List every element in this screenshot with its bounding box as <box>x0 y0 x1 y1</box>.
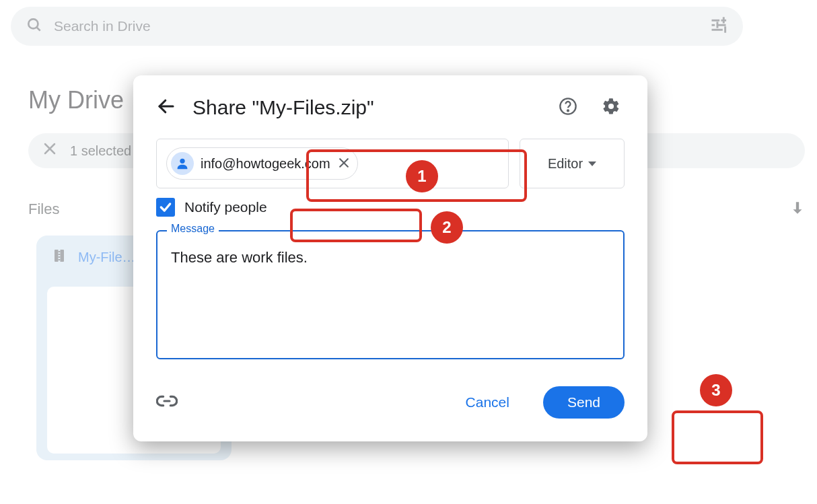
svg-rect-7 <box>718 24 726 26</box>
svg-rect-2 <box>712 20 720 22</box>
help-icon[interactable] <box>555 93 581 122</box>
svg-rect-4 <box>721 20 727 22</box>
annotation-box-3 <box>672 410 763 464</box>
annotation-number-3: 3 <box>700 374 732 406</box>
message-textarea[interactable] <box>170 248 611 347</box>
person-chip: info@howtogeek.com <box>166 147 358 180</box>
search-icon <box>26 16 43 36</box>
page-title: My Drive <box>28 86 124 114</box>
back-icon[interactable] <box>156 96 176 119</box>
file-name: My-File… <box>78 250 136 265</box>
svg-point-22 <box>180 159 184 164</box>
tune-icon[interactable] <box>709 15 728 37</box>
share-dialog: Share "My-Files.zip" info@howtogeek.com … <box>133 75 647 441</box>
svg-line-1 <box>36 27 40 30</box>
chevron-down-icon <box>588 161 596 166</box>
role-label: Editor <box>548 156 583 172</box>
svg-rect-5 <box>712 24 715 26</box>
remove-chip-icon[interactable] <box>337 153 351 174</box>
notify-label: Notify people <box>184 199 267 215</box>
sort-direction-icon[interactable] <box>789 199 806 219</box>
zip-file-icon <box>51 248 67 266</box>
chip-email: info@howtogeek.com <box>201 156 330 172</box>
svg-point-0 <box>28 19 38 28</box>
files-heading: Files <box>28 201 59 218</box>
search-bar[interactable]: Search in Drive <box>11 7 743 46</box>
svg-point-21 <box>567 110 569 111</box>
role-select[interactable]: Editor <box>520 139 625 188</box>
people-input[interactable]: info@howtogeek.com <box>156 139 509 188</box>
close-selection-icon[interactable] <box>42 141 58 161</box>
svg-rect-16 <box>59 254 61 255</box>
link-icon[interactable] <box>156 390 178 415</box>
svg-rect-17 <box>59 256 61 258</box>
message-field[interactable]: Message <box>156 230 625 359</box>
dialog-title: Share "My-Files.zip" <box>192 96 538 119</box>
svg-rect-8 <box>712 29 723 31</box>
cancel-button[interactable]: Cancel <box>452 388 523 417</box>
gear-icon[interactable] <box>598 93 625 122</box>
svg-rect-18 <box>59 259 61 260</box>
send-button[interactable]: Send <box>543 386 625 419</box>
message-legend: Message <box>167 223 219 235</box>
svg-rect-15 <box>59 251 61 252</box>
selection-count: 1 selected <box>70 143 131 159</box>
notify-checkbox[interactable] <box>156 198 175 217</box>
avatar-icon <box>171 152 194 175</box>
search-placeholder: Search in Drive <box>54 18 151 34</box>
